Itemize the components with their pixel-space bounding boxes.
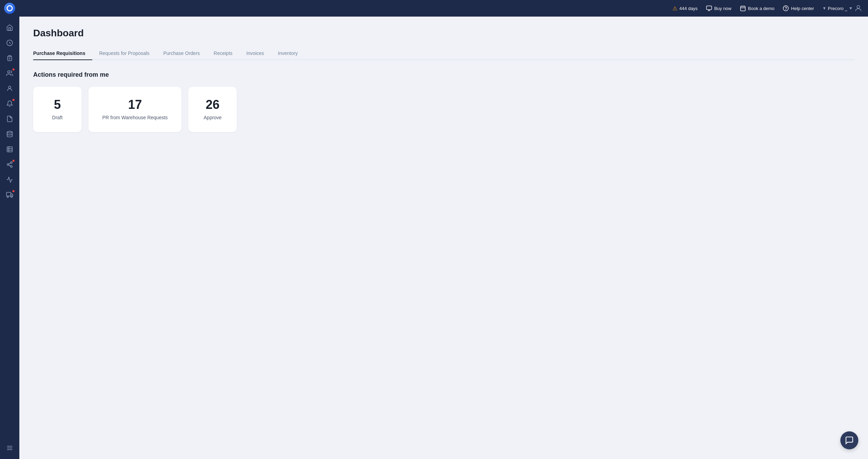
svg-point-10 <box>9 86 11 88</box>
svg-point-17 <box>7 164 9 166</box>
trial-days-label: 444 days <box>679 6 698 11</box>
trial-warning[interactable]: ⚠ 444 days <box>672 5 698 12</box>
user-name-label: Precoro _ <box>828 6 847 11</box>
svg-point-9 <box>8 71 10 73</box>
sidebar-item-team[interactable] <box>3 82 17 95</box>
svg-rect-21 <box>7 193 11 196</box>
sidebar-item-menu[interactable] <box>3 441 17 455</box>
approve-card[interactable]: 26 Approve <box>188 87 237 132</box>
tab-inventory[interactable]: Inventory <box>271 47 305 59</box>
notifications-badge <box>12 98 15 102</box>
sidebar-item-table[interactable] <box>3 142 17 156</box>
sidebar-item-dashboard[interactable] <box>3 36 17 50</box>
book-demo-label: Book a demo <box>748 6 775 11</box>
user-menu[interactable]: ▼ Precoro _ ▼ <box>822 4 862 12</box>
chevron-right-icon: ▼ <box>849 6 853 11</box>
integrations-badge <box>12 159 15 162</box>
buy-now-icon <box>706 5 712 11</box>
tab-requests-for-proposals[interactable]: Requests for Proposals <box>92 47 157 59</box>
tab-purchase-orders[interactable]: Purchase Orders <box>156 47 207 59</box>
svg-point-23 <box>11 196 12 197</box>
draft-card[interactable]: 5 Draft <box>33 87 82 132</box>
svg-point-22 <box>7 196 9 197</box>
warehouse-count: 17 <box>128 98 142 112</box>
sidebar-item-home[interactable] <box>3 21 17 35</box>
svg-rect-1 <box>740 6 745 11</box>
svg-rect-12 <box>7 147 12 152</box>
svg-point-11 <box>7 131 12 133</box>
svg-line-20 <box>9 163 11 164</box>
tab-invoices[interactable]: Invoices <box>239 47 271 59</box>
svg-point-18 <box>11 166 12 167</box>
book-demo-icon <box>740 5 746 11</box>
users-badge <box>12 68 15 71</box>
top-navigation: ⚠ 444 days Buy now Book a demo <box>0 0 868 17</box>
warehouse-label: PR from Warehouse Requests <box>102 114 168 121</box>
help-center-button[interactable]: Help center <box>783 5 814 11</box>
action-cards: 5 Draft 17 PR from Warehouse Requests 26… <box>33 87 854 132</box>
logo-inner <box>7 5 13 11</box>
draft-count: 5 <box>54 98 61 112</box>
sidebar-item-integrations[interactable] <box>3 158 17 171</box>
buy-now-label: Buy now <box>714 6 732 11</box>
book-demo-button[interactable]: Book a demo <box>740 5 775 11</box>
svg-rect-6 <box>9 56 11 57</box>
actions-section-title: Actions required from me <box>33 71 854 78</box>
warning-icon: ⚠ <box>672 5 677 12</box>
sidebar-item-storage[interactable] <box>3 127 17 141</box>
chat-button[interactable] <box>840 431 858 449</box>
sidebar-item-documents[interactable] <box>3 112 17 126</box>
draft-label: Draft <box>52 114 63 121</box>
delivery-badge <box>12 189 15 193</box>
svg-rect-0 <box>706 6 711 10</box>
logo-circle <box>4 3 15 14</box>
sidebar-item-delivery[interactable] <box>3 188 17 202</box>
tab-receipts[interactable]: Receipts <box>207 47 239 59</box>
approve-label: Approve <box>204 114 221 121</box>
tab-purchase-requisitions[interactable]: Purchase Requisitions <box>33 47 92 59</box>
approve-count: 26 <box>206 98 219 112</box>
sidebar <box>0 17 19 459</box>
tab-bar: Purchase Requisitions Requests for Propo… <box>33 47 854 60</box>
page-title: Dashboard <box>33 28 854 39</box>
help-icon <box>783 5 789 11</box>
sidebar-item-notifications[interactable] <box>3 97 17 111</box>
svg-point-4 <box>857 6 860 8</box>
sidebar-item-users[interactable] <box>3 66 17 80</box>
user-avatar-icon <box>854 4 862 12</box>
page-content: Dashboard Purchase Requisitions Requests… <box>19 17 868 459</box>
sidebar-item-analytics[interactable] <box>3 173 17 187</box>
chevron-down-icon: ▼ <box>822 6 827 11</box>
main-layout: Dashboard Purchase Requisitions Requests… <box>0 17 868 459</box>
sidebar-item-orders[interactable] <box>3 51 17 65</box>
svg-point-3 <box>786 9 786 10</box>
svg-line-19 <box>9 165 11 166</box>
app-logo[interactable] <box>0 0 19 17</box>
warehouse-requests-card[interactable]: 17 PR from Warehouse Requests <box>88 87 181 132</box>
buy-now-button[interactable]: Buy now <box>706 5 732 11</box>
help-center-label: Help center <box>791 6 814 11</box>
